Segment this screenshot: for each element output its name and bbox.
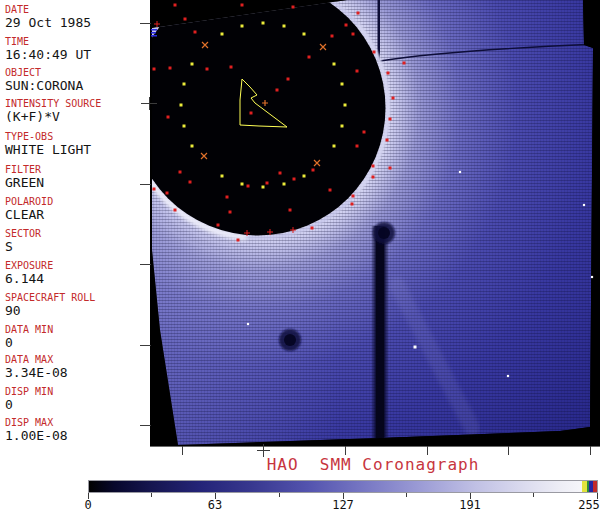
red-fiducial-dot <box>345 24 348 27</box>
yellow-fiducial-dot <box>341 83 344 86</box>
meta-label: DISP MIN <box>5 386 150 397</box>
red-fiducial-dot <box>331 35 334 38</box>
coronagraph-image-canvas[interactable] <box>150 0 600 447</box>
dust-spot-core <box>378 227 390 239</box>
colorbar-minor-tick <box>406 493 407 497</box>
red-fiducial-dot <box>166 192 169 195</box>
star-speck <box>591 276 593 278</box>
meta-value: (K+F)*V <box>5 110 150 124</box>
metadata-row-polaroid: POLAROIDCLEAR <box>5 196 150 222</box>
red-fiducial-dot <box>356 145 359 148</box>
yellow-fiducial-dot <box>221 175 224 178</box>
colorbar-minor-tick <box>151 493 152 497</box>
red-fiducial-dot <box>311 227 314 230</box>
metadata-row-intensity-source: INTENSITY SOURCE(K+F)*V <box>5 98 150 124</box>
meta-label: DATA MIN <box>5 324 150 335</box>
red-fiducial-dot <box>266 182 269 185</box>
metadata-row-data-min: DATA MIN0 <box>5 324 150 350</box>
image-title: HAO SMM Coronagraph <box>267 455 480 474</box>
metadata-row-object: OBJECTSUN:CORONA <box>5 67 150 93</box>
red-fiducial-dot <box>351 203 354 206</box>
blue-annotation-mark <box>151 35 157 37</box>
yellow-fiducial-dot <box>262 22 265 25</box>
yellow-fiducial-dot <box>283 183 286 186</box>
star-speck <box>414 346 417 349</box>
meta-label: SECTOR <box>5 228 150 239</box>
dust-spot-core <box>284 334 296 346</box>
frame-tick-left-plus <box>149 97 150 110</box>
meta-label: FILTER <box>5 164 150 175</box>
red-fiducial-dot <box>153 188 156 191</box>
meta-label: TYPE-OBS <box>5 131 150 142</box>
star-speck <box>459 171 461 173</box>
meta-value: 29 Oct 1985 <box>5 16 150 30</box>
yellow-fiducial-dot <box>183 83 186 86</box>
intensity-colorbar <box>88 480 598 493</box>
colorbar-tick-label: 191 <box>459 499 481 511</box>
red-fiducial-dot <box>372 176 375 179</box>
red-fiducial-dot <box>194 31 197 34</box>
frame-tick-bottom <box>182 446 183 455</box>
metadata-row-disp-min: DISP MIN0 <box>5 386 150 412</box>
red-fiducial-dot <box>292 6 295 9</box>
red-fiducial-dot <box>179 171 182 174</box>
metadata-row-time: TIME16:40:49 UT <box>5 36 150 62</box>
red-fiducial-dot <box>403 62 406 65</box>
colorbar-minor-tick <box>533 493 534 497</box>
frame-tick-bottom <box>427 446 428 455</box>
meta-label: EXPOSURE <box>5 260 150 271</box>
meta-label: TIME <box>5 36 150 47</box>
colorbar-major-tick <box>215 493 216 499</box>
meta-value: 90 <box>5 304 150 318</box>
meta-value: 0 <box>5 398 150 412</box>
metadata-panel: DATE29 Oct 1985 TIME16:40:49 UT OBJECTSU… <box>0 0 150 446</box>
red-fiducial-dot <box>373 51 376 54</box>
yellow-fiducial-dot <box>333 145 336 148</box>
red-fiducial-dot <box>289 209 292 212</box>
star-speck <box>507 375 509 377</box>
red-fiducial-dot <box>372 165 375 168</box>
colorbar-tick-label: 0 <box>84 499 91 511</box>
red-cross-mark <box>154 21 160 27</box>
yellow-fiducial-dot <box>183 125 186 128</box>
meta-label: OBJECT <box>5 67 150 78</box>
colorbar-major-tick <box>343 493 344 499</box>
colorbar-minor-tick <box>279 493 280 497</box>
pylon-shadow-core <box>376 228 384 446</box>
metadata-row-date: DATE29 Oct 1985 <box>5 4 150 30</box>
metadata-row-sector: SECTORS <box>5 228 150 254</box>
red-fiducial-dot <box>217 224 220 227</box>
red-fiducial-dot <box>386 139 389 142</box>
colorbar-major-tick <box>597 493 598 499</box>
frame-tick-left <box>140 345 151 346</box>
metadata-row-spacecraft-roll: SPACECRAFT ROLL90 <box>5 292 150 318</box>
meta-value: S <box>5 240 150 254</box>
colorbar-major-tick <box>470 493 471 499</box>
star-speck <box>247 323 249 325</box>
frame-tick-left <box>140 425 151 426</box>
yellow-fiducial-dot <box>283 25 286 28</box>
red-fiducial-dot <box>174 4 177 7</box>
frame-tick-bottom-plus <box>257 450 270 451</box>
yellow-fiducial-dot <box>303 175 306 178</box>
frame-tick-left <box>140 184 151 185</box>
meta-value: WHITE LIGHT <box>5 143 150 157</box>
red-fiducial-dot <box>167 116 170 119</box>
frame-tick-bottom <box>345 446 346 455</box>
meta-value: 1.00E-08 <box>5 429 150 443</box>
meta-value: CLEAR <box>5 208 150 222</box>
frame-tick-left <box>140 264 151 265</box>
yellow-fiducial-dot <box>303 33 306 36</box>
red-fiducial-dot <box>389 167 392 170</box>
red-fiducial-dot <box>363 131 366 134</box>
yellow-fiducial-dot <box>191 145 194 148</box>
metadata-row-exposure: EXPOSURE6.144 <box>5 260 150 286</box>
metadata-row-filter: FILTERGREEN <box>5 164 150 190</box>
yellow-fiducial-dot <box>241 183 244 186</box>
red-fiducial-dot <box>184 18 187 21</box>
meta-label: DATE <box>5 4 150 15</box>
meta-label: DATA MAX <box>5 354 150 365</box>
colorbar-tick-label: 255 <box>578 499 600 511</box>
red-fiducial-dot <box>293 178 296 181</box>
red-fiducial-dot <box>352 33 355 36</box>
